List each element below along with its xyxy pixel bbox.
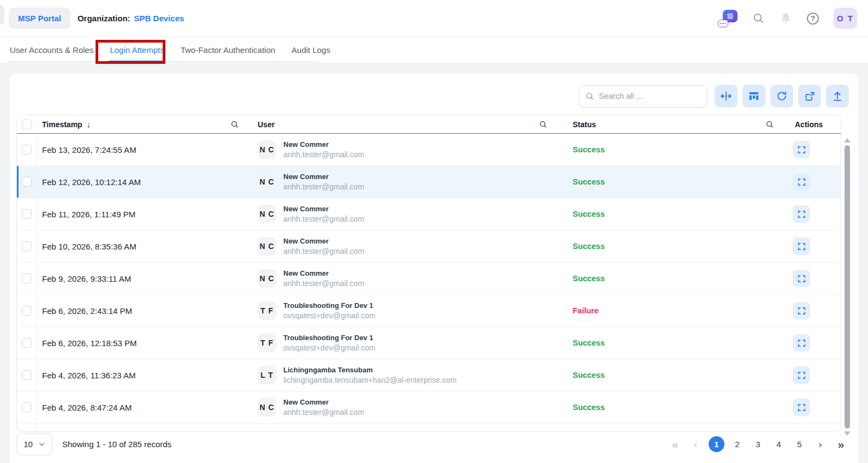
page-size-select[interactable]: 10 <box>16 433 52 455</box>
row-checkbox[interactable] <box>22 370 32 380</box>
scrollbar-thumb[interactable] <box>845 145 850 429</box>
notifications-bell-icon[interactable] <box>780 12 792 25</box>
cell-status: Success <box>568 210 789 218</box>
column-search-icon[interactable] <box>539 120 548 129</box>
cell-timestamp: Feb 6, 2026, 2:43:14 PM <box>37 306 249 316</box>
table-row[interactable]: Feb 4, 2026, 8:47:24 AM N C New Commer a… <box>17 391 841 424</box>
column-header-status[interactable]: Status <box>573 120 596 129</box>
user-initials-avatar: N C <box>258 237 276 256</box>
cell-timestamp: Feb 13, 2026, 7:24:55 AM <box>37 145 249 155</box>
cell-user: T F Troubleshooting For Dev 1 ovsqatest+… <box>249 334 568 352</box>
row-checkbox[interactable] <box>22 338 32 348</box>
user-avatar[interactable]: O T <box>834 8 857 29</box>
expand-row-button[interactable] <box>793 238 810 255</box>
user-email: anhh.tester@gmail.com <box>283 279 364 288</box>
expand-row-button[interactable] <box>793 141 810 158</box>
user-name: New Commer <box>283 140 364 149</box>
user-email: anhh.tester@gmail.com <box>283 247 364 256</box>
expand-row-button[interactable] <box>793 270 810 287</box>
sort-desc-icon[interactable]: ↓ <box>87 120 91 129</box>
refresh-button[interactable] <box>770 85 793 108</box>
msp-portal-button[interactable]: MSP Portal <box>9 8 70 29</box>
chat-dots-icon <box>718 20 728 27</box>
row-checkbox[interactable] <box>22 145 32 155</box>
column-resize-icon <box>720 90 732 102</box>
column-search-icon[interactable] <box>230 120 239 129</box>
user-initials-avatar: N C <box>258 205 276 223</box>
column-search-icon[interactable] <box>765 120 774 129</box>
ai-assistant-chat-icon[interactable] <box>718 10 738 27</box>
cell-status: Success <box>568 145 789 154</box>
row-checkbox[interactable] <box>22 209 32 219</box>
page-button-3[interactable]: 3 <box>750 436 766 452</box>
page-button-5[interactable]: 5 <box>792 436 807 452</box>
user-name: Lichingngamba Tensubam <box>283 366 456 374</box>
table-row[interactable]: Feb 13, 2026, 7:24:55 AM N C New Commer … <box>17 134 841 166</box>
tab-login-attempts[interactable]: Login Attempts <box>109 37 165 63</box>
table-row[interactable]: Feb 10, 2026, 8:35:36 AM N C New Commer … <box>17 230 841 263</box>
expand-row-button[interactable] <box>793 334 810 352</box>
user-name: New Commer <box>283 173 364 181</box>
tab-user-accounts-roles[interactable]: User Accounts & Roles <box>9 37 94 63</box>
table-row[interactable]: Feb 9, 2026, 9:33:11 AM N C New Commer a… <box>17 263 841 295</box>
tab-two-factor-authentication[interactable]: Two-Factor Authentication <box>180 37 276 63</box>
row-checkbox[interactable] <box>22 402 32 412</box>
search-all-box[interactable] <box>579 85 708 108</box>
user-email: anhh.tester@gmail.com <box>283 215 364 223</box>
cell-timestamp: Feb 4, 2026, 11:36:23 AM <box>37 371 249 380</box>
chevron-down-icon <box>38 441 45 448</box>
expand-icon <box>797 371 806 380</box>
row-checkbox[interactable] <box>22 177 32 187</box>
column-header-user[interactable]: User <box>258 120 275 129</box>
cell-user: N C New Commer anhh.tester@gmail.com <box>249 269 568 288</box>
cell-user: T F Troubleshooting For Dev 1 ovsqatest+… <box>249 301 568 320</box>
table-row[interactable]: Feb 6, 2026, 12:18:53 PM T F Troubleshoo… <box>17 327 841 359</box>
expand-row-button[interactable] <box>793 399 810 416</box>
user-email: anhh.tester@gmail.com <box>283 408 364 417</box>
tab-audit-logs[interactable]: Audit Logs <box>290 37 331 63</box>
user-name: New Commer <box>283 398 364 406</box>
table-row[interactable]: Feb 11, 2026, 1:11:49 PM N C New Commer … <box>17 198 841 230</box>
sidebar-toggle-stub[interactable] <box>0 5 4 25</box>
expand-row-button[interactable] <box>793 205 810 223</box>
cell-status: Success <box>568 274 789 283</box>
columns-button[interactable] <box>742 85 765 108</box>
export-button[interactable] <box>826 85 849 108</box>
column-header-actions: Actions <box>795 120 823 129</box>
records-summary: Showing 1 - 10 of 285 records <box>62 440 171 449</box>
row-checkbox[interactable] <box>22 241 32 251</box>
row-checkbox[interactable] <box>22 306 32 316</box>
tab-navigation: User Accounts & RolesLogin AttemptsTwo-F… <box>0 37 868 63</box>
prev-page-button[interactable]: ‹ <box>688 436 704 452</box>
search-all-input[interactable] <box>599 92 701 100</box>
expand-row-button[interactable] <box>793 366 810 384</box>
first-page-button[interactable]: « <box>667 436 683 452</box>
user-initials-avatar: T F <box>258 301 276 320</box>
expand-row-button[interactable] <box>793 302 810 319</box>
row-checkbox[interactable] <box>22 274 32 283</box>
refresh-icon <box>776 90 788 102</box>
select-all-checkbox[interactable] <box>22 120 32 129</box>
open-external-button[interactable] <box>798 85 821 108</box>
cell-timestamp: Feb 10, 2026, 8:35:36 AM <box>37 242 249 251</box>
organization-value-link[interactable]: SPB Devices <box>134 14 185 23</box>
column-header-timestamp[interactable]: Timestamp <box>42 120 82 129</box>
table-row[interactable]: Feb 12, 2026, 10:12:14 AM N C New Commer… <box>17 166 841 198</box>
global-search-icon[interactable] <box>752 12 765 25</box>
table-row[interactable]: Feb 6, 2026, 2:43:14 PM T F Troubleshoot… <box>17 295 841 327</box>
table-row[interactable]: Feb 4, 2026, 11:36:23 AM L T Lichingngam… <box>17 359 841 391</box>
user-name: New Commer <box>283 205 364 213</box>
last-page-button[interactable]: » <box>833 436 849 452</box>
help-icon[interactable]: ? <box>807 13 819 25</box>
page-button-1[interactable]: 1 <box>709 436 724 452</box>
scroll-up-arrow-icon[interactable] <box>844 138 851 143</box>
expand-icon <box>797 210 806 219</box>
column-resize-button[interactable] <box>715 85 738 108</box>
vertical-scrollbar[interactable] <box>844 138 851 436</box>
next-page-button[interactable]: › <box>812 436 828 452</box>
page-button-2[interactable]: 2 <box>729 436 745 452</box>
cell-user: N C New Commer anhh.tester@gmail.com <box>249 237 568 256</box>
page-button-4[interactable]: 4 <box>771 436 787 452</box>
expand-icon <box>797 242 806 251</box>
expand-row-button[interactable] <box>793 173 810 191</box>
